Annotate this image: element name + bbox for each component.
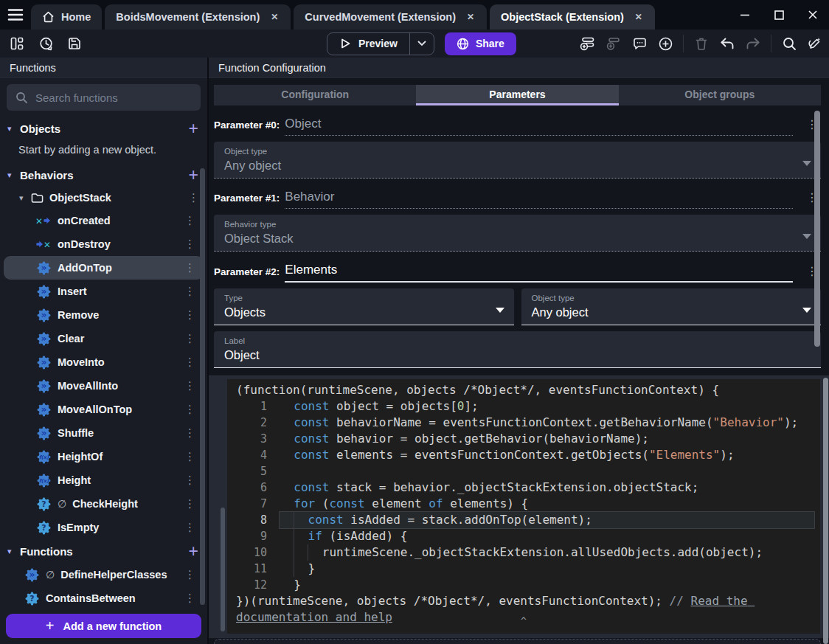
select-behavior-type[interactable]: Behavior typeObject Stack — [214, 215, 821, 252]
svg-text:»: » — [41, 404, 46, 415]
section-behaviors[interactable]: ▾ Behaviors + — [0, 163, 207, 187]
item-menu-icon[interactable]: ⋮ — [184, 426, 195, 440]
save-icon[interactable] — [66, 35, 83, 52]
caret-down-icon[interactable]: ▾ — [19, 193, 31, 203]
panels-icon[interactable] — [9, 35, 25, 52]
tab-curvedmovement-extension[interactable]: CurvedMovement (Extension)✕ — [294, 4, 487, 30]
sidebar-item-ondestroy[interactable]: ✕onDestroy⋮ — [4, 232, 204, 256]
sidebar-item-oncreated[interactable]: ✕onCreated⋮ — [4, 209, 204, 232]
preview-dropdown-chevron-icon[interactable] — [410, 41, 434, 46]
add-event-icon[interactable] — [580, 35, 596, 52]
undo-icon[interactable] — [719, 35, 735, 52]
sidebar-item-heightof[interactable]: f(x)HeightOf⋮ — [4, 445, 204, 468]
add-circle-icon[interactable] — [657, 35, 673, 52]
comment-icon[interactable] — [631, 35, 648, 52]
plus-icon: + — [46, 617, 55, 634]
item-menu-icon[interactable]: ⋮ — [184, 592, 195, 605]
minimize-icon[interactable] — [739, 9, 751, 21]
history-icon[interactable] — [38, 35, 54, 52]
add-subevent-icon[interactable] — [606, 35, 622, 52]
edit-scene-icon[interactable] — [807, 35, 823, 52]
item-menu-icon[interactable]: ⋮ — [184, 474, 195, 487]
item-menu-icon[interactable]: ⋮ — [184, 403, 195, 416]
sidebar-item-addontop[interactable]: »AddOnTop⋮ — [4, 256, 204, 280]
tab-home[interactable]: Home — [31, 4, 102, 30]
code-left-scrollbar[interactable] — [221, 508, 225, 631]
folder-menu-icon[interactable]: ⋮ — [188, 191, 198, 204]
sidebar-item-clear[interactable]: »Clear⋮ — [4, 327, 204, 350]
sidebar-item-insert[interactable]: »Insert⋮ — [4, 280, 204, 303]
redo-icon[interactable] — [745, 35, 761, 52]
add-new-function-button[interactable]: + Add a new function — [6, 614, 201, 638]
input-label[interactable]: LabelObject — [214, 331, 821, 368]
sidebar-item-definehelperclasses[interactable]: »∅DefineHelperClasses⋮ — [4, 563, 204, 586]
tab-boidsmovement-extension[interactable]: BoidsMovement (Extension)✕ — [105, 4, 291, 30]
search-input[interactable] — [35, 91, 192, 104]
item-menu-icon[interactable]: ⋮ — [184, 214, 195, 227]
caret-down-icon[interactable]: ▾ — [7, 124, 18, 134]
item-menu-icon[interactable]: ⋮ — [184, 521, 195, 534]
tab-configuration[interactable]: Configuration — [214, 85, 416, 105]
trash-icon[interactable] — [693, 35, 710, 52]
add-function-icon[interactable]: + — [189, 544, 198, 558]
tab-object-groups[interactable]: Object groups — [619, 85, 821, 105]
select-type[interactable]: TypeObjects — [214, 288, 514, 325]
add-behavior-icon[interactable]: + — [189, 167, 198, 182]
search-icon — [15, 91, 28, 104]
tab-objectstack-extension[interactable]: ObjectStack (Extension)✕ — [490, 4, 655, 30]
tab-close-icon[interactable]: ✕ — [269, 10, 280, 24]
folder-objectstack[interactable]: ▾ ObjectStack ⋮ — [0, 187, 207, 209]
sidebar-item-shuffle[interactable]: »Shuffle⋮ — [4, 421, 204, 445]
share-label: Share — [476, 38, 504, 49]
parameter-name-input[interactable]: Object — [285, 117, 793, 136]
sidebar-item-moveallinto[interactable]: »MoveAllInto⋮ — [4, 374, 204, 398]
parameters-list: Parameter #0:Object⋮Object typeAny objec… — [209, 117, 829, 368]
item-menu-icon[interactable]: ⋮ — [184, 285, 195, 298]
code-line-10: 10 runtimeScene._objectStackExtension.al… — [236, 544, 814, 561]
sidebar-item-moveinto[interactable]: »MoveInto⋮ — [4, 350, 204, 374]
search-box[interactable] — [7, 84, 201, 111]
item-menu-icon[interactable]: ⋮ — [184, 332, 195, 345]
close-window-icon[interactable] — [807, 9, 819, 21]
tab-close-icon[interactable]: ✕ — [465, 10, 476, 24]
preview-button[interactable]: Preview — [327, 32, 434, 55]
main-scrollbar[interactable] — [814, 111, 820, 347]
search-toolbar-icon[interactable] — [781, 35, 797, 52]
code-section-scrollbar[interactable] — [823, 378, 828, 644]
item-menu-icon[interactable]: ⋮ — [184, 450, 195, 463]
add-parameter-button-partial[interactable] — [214, 639, 821, 644]
item-menu-icon[interactable]: ⋮ — [184, 261, 195, 274]
hamburger-menu-icon[interactable] — [0, 0, 31, 30]
sidebar-item-checkheight[interactable]: ?∅CheckHeight⋮ — [4, 492, 204, 516]
sidebar-item-isempty[interactable]: ?IsEmpty⋮ — [4, 516, 204, 539]
code-line-11: 11 } — [236, 561, 814, 577]
item-menu-icon[interactable]: ⋮ — [184, 568, 195, 581]
sidebar-item-height[interactable]: f(x)Height⋮ — [4, 468, 204, 492]
share-button[interactable]: Share — [445, 32, 516, 55]
tab-parameters[interactable]: Parameters — [416, 85, 618, 105]
item-menu-icon[interactable]: ⋮ — [184, 497, 195, 510]
section-objects-label: Objects — [20, 122, 189, 135]
select-object-type[interactable]: Object typeAny object — [214, 142, 821, 179]
parameter-name-input[interactable]: Elements — [285, 263, 793, 283]
section-objects[interactable]: ▾ Objects + — [0, 117, 207, 140]
caret-down-icon[interactable]: ▾ — [7, 547, 18, 556]
sidebar-item-remove[interactable]: »Remove⋮ — [4, 303, 204, 327]
add-object-icon[interactable]: + — [189, 121, 198, 136]
select-object-type[interactable]: Object typeAny object — [521, 288, 822, 325]
item-menu-icon[interactable]: ⋮ — [184, 308, 195, 322]
code-editor[interactable]: (function(runtimeScene, objects /*Object… — [227, 379, 820, 634]
section-functions[interactable]: ▾ Functions + — [0, 539, 207, 563]
item-menu-icon[interactable]: ⋮ — [184, 238, 195, 251]
parameter-name-input[interactable]: Behavior — [285, 190, 793, 209]
sidebar-item-moveallontop[interactable]: »MoveAllOnTop⋮ — [4, 398, 204, 421]
maximize-icon[interactable] — [773, 9, 785, 21]
item-menu-icon[interactable]: ⋮ — [184, 356, 195, 369]
tab-close-icon[interactable]: ✕ — [634, 10, 644, 24]
sidebar-scrollbar[interactable] — [200, 168, 205, 605]
sidebar-item-containsbetween[interactable]: ?ContainsBetween⋮ — [4, 586, 204, 607]
item-menu-icon[interactable]: ⋮ — [184, 379, 195, 392]
code-collapse-caret[interactable]: ^ — [521, 613, 527, 629]
add-new-function-label: Add a new function — [63, 620, 162, 632]
caret-down-icon[interactable]: ▾ — [7, 170, 18, 180]
